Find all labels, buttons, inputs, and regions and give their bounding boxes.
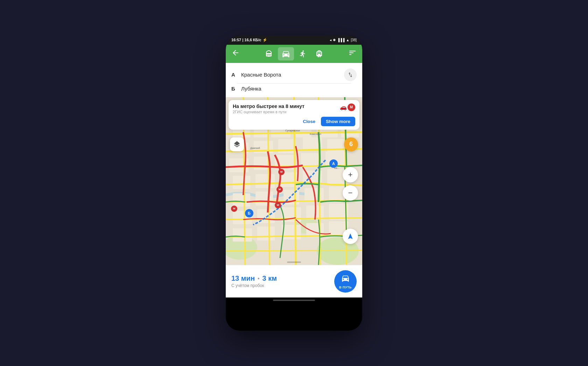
battery-icon: [38] <box>351 38 357 42</box>
svg-rect-35 <box>233 228 252 242</box>
svg-rect-36 <box>257 227 275 241</box>
zoom-out-button[interactable]: − <box>343 185 358 201</box>
from-value[interactable]: Красные Ворота <box>241 72 340 78</box>
tab-transit[interactable] <box>261 47 276 60</box>
svg-rect-16 <box>254 157 270 170</box>
status-time: 16:57 <box>231 38 241 42</box>
phone-frame: 16:57 | 16,6 КБ/с ⚡ ◂ ✱ ▐▐▐ ▲ [38] <box>226 36 362 331</box>
notif-icons: 🚗 М <box>340 103 355 111</box>
nav-bar <box>226 45 362 63</box>
route-inputs: А Красные Ворота Б Лубянка <box>226 63 362 97</box>
svg-text:Комсомол: Комсомол <box>310 133 321 135</box>
route-traffic-note: С учётом пробок <box>231 283 277 288</box>
to-value[interactable]: Лубянка <box>241 86 357 92</box>
home-bar <box>273 300 315 301</box>
close-button[interactable]: Close <box>300 117 318 126</box>
svg-text:Дамский: Дамский <box>250 147 260 150</box>
status-icons: ◂ ✱ ▐▐▐ ▲ [38] <box>330 38 357 42</box>
route-time: 13 мин <box>231 274 255 282</box>
metro-marker-3: М <box>231 206 237 212</box>
car-icon: 🚗 <box>340 104 347 110</box>
battery-level: 38 <box>352 38 356 42</box>
svg-rect-20 <box>233 176 250 189</box>
notif-top: На метро быстрее на 8 минут 2ГИС оценива… <box>233 103 355 114</box>
start-navigation-button[interactable]: В ПУТЬ <box>334 270 357 293</box>
metro-marker-4: М <box>275 202 281 208</box>
marker-b: Б <box>245 209 253 217</box>
svg-rect-26 <box>255 192 273 206</box>
scroll-indicator <box>287 261 301 263</box>
location-icon: ◂ <box>330 38 331 42</box>
notif-subtitle: 2ГИС оценивает время в пути <box>233 110 304 114</box>
svg-rect-21 <box>255 174 275 188</box>
marker-a: А <box>329 159 338 168</box>
tab-car[interactable] <box>278 47 294 60</box>
status-time-speed: 16:57 | 16,6 КБ/с ⚡ <box>231 38 267 42</box>
notification-banner: На метро быстрее на 8 минут 2ГИС оценива… <box>229 100 359 130</box>
swap-button[interactable] <box>344 69 357 81</box>
bottom-bar: 13 мин • 3 км С учётом пробок В ПУТЬ <box>226 265 362 297</box>
to-label: Б <box>231 86 237 92</box>
svg-rect-18 <box>301 153 320 167</box>
svg-text:Сухаревская: Сухаревская <box>285 129 300 132</box>
tab-taxi[interactable] <box>312 47 327 60</box>
layers-button[interactable] <box>230 137 244 151</box>
status-bar: 16:57 | 16,6 КБ/с ⚡ ◂ ✱ ▐▐▐ ▲ [38] <box>226 36 362 45</box>
tab-walk[interactable] <box>295 47 310 60</box>
route-time-distance: 13 мин • 3 км <box>231 274 277 282</box>
from-label: А <box>231 72 237 78</box>
route-info: 13 мин • 3 км С учётом пробок <box>231 274 277 288</box>
zoom-in-button[interactable]: + <box>343 167 358 182</box>
notif-actions: Close Show more <box>233 117 355 126</box>
map-container[interactable]: Садовая Дамский Сухаревская Комсомол Ба.… <box>226 97 362 265</box>
svg-rect-37 <box>282 225 301 239</box>
bluetooth-icon: ✱ <box>333 38 336 42</box>
route-from-row: А Красные Ворота <box>231 66 357 83</box>
notif-title: На метро быстрее на 8 минут <box>233 103 304 109</box>
compass-button[interactable] <box>343 229 358 244</box>
svg-rect-25 <box>233 193 250 207</box>
route-to-row: Б Лубянка <box>231 84 357 94</box>
route-distance: 3 км <box>262 274 277 282</box>
transport-tabs <box>243 47 345 60</box>
start-label: В ПУТЬ <box>339 286 352 289</box>
status-data-speed: 16,6 КБ/с <box>244 38 261 42</box>
settings-button[interactable] <box>345 46 359 62</box>
signal-icon: ▐▐▐ <box>337 38 344 42</box>
traffic-badge[interactable]: 6 <box>344 137 358 151</box>
metro-icon: М <box>348 103 355 111</box>
show-more-button[interactable]: Show more <box>321 117 355 126</box>
back-button[interactable] <box>229 46 243 62</box>
wifi-icon: ▲ <box>346 38 349 42</box>
metro-marker-2: М <box>276 186 283 193</box>
home-indicator <box>226 297 362 304</box>
metro-marker-1: М <box>278 169 285 175</box>
start-icon <box>341 274 350 285</box>
route-separator: • <box>258 275 260 282</box>
notif-content: На метро быстрее на 8 минут 2ГИС оценива… <box>233 103 304 114</box>
